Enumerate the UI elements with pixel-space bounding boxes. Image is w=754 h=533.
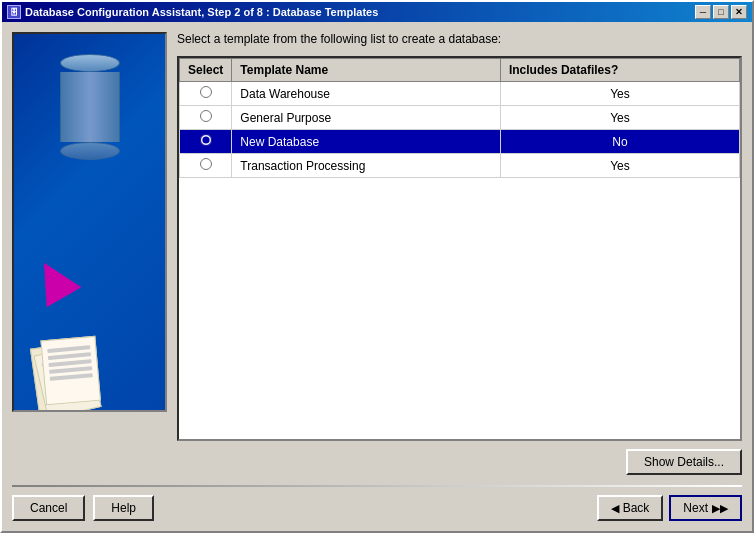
titlebar: 🗄 Database Configuration Assistant, Step…	[2, 2, 752, 22]
right-panel: Select a template from the following lis…	[177, 32, 742, 441]
window-icon: 🗄	[7, 5, 21, 19]
main-window: 🗄 Database Configuration Assistant, Step…	[0, 0, 754, 533]
window-title: Database Configuration Assistant, Step 2…	[25, 6, 378, 18]
template-radio-4[interactable]	[200, 158, 212, 170]
next-button[interactable]: Next ▶▶	[669, 495, 742, 521]
document-3	[40, 336, 100, 406]
cancel-button[interactable]: Cancel	[12, 495, 85, 521]
radio-cell	[180, 130, 232, 154]
button-left: Cancel Help	[12, 495, 154, 521]
arrow-icon	[27, 253, 82, 308]
table-row: Transaction ProcessingYes	[180, 154, 740, 178]
includes-cell: Yes	[500, 154, 739, 178]
table-row: New DatabaseNo	[180, 130, 740, 154]
includes-cell: Yes	[500, 82, 739, 106]
button-right: ◀ Back Next ▶▶	[597, 495, 742, 521]
col-includes: Includes Datafiles?	[500, 59, 739, 82]
separator	[12, 485, 742, 487]
database-cylinder	[60, 54, 120, 160]
titlebar-buttons: ─ □ ✕	[695, 5, 747, 19]
back-arrow-icon: ◀	[611, 502, 619, 515]
table-header-row: Select Template Name Includes Datafiles?	[180, 59, 740, 82]
help-button[interactable]: Help	[93, 495, 154, 521]
radio-cell	[180, 82, 232, 106]
titlebar-left: 🗄 Database Configuration Assistant, Step…	[7, 5, 378, 19]
next-arrow-icon: ▶▶	[712, 502, 728, 515]
template-table: Select Template Name Includes Datafiles?…	[179, 58, 740, 178]
radio-cell	[180, 106, 232, 130]
template-radio-2[interactable]	[200, 110, 212, 122]
radio-cell	[180, 154, 232, 178]
illustration-panel	[12, 32, 167, 412]
content-area: Select a template from the following lis…	[2, 22, 752, 531]
show-details-button[interactable]: Show Details...	[626, 449, 742, 475]
bottom-section: Show Details... Cancel Help ◀ Back Next …	[12, 449, 742, 521]
table-row: General PurposeYes	[180, 106, 740, 130]
minimize-button[interactable]: ─	[695, 5, 711, 19]
col-select: Select	[180, 59, 232, 82]
template-name-cell: Data Warehouse	[232, 82, 501, 106]
table-row: Data WarehouseYes	[180, 82, 740, 106]
template-radio-1[interactable]	[200, 86, 212, 98]
template-name-cell: Transaction Processing	[232, 154, 501, 178]
instruction-text: Select a template from the following lis…	[177, 32, 742, 46]
includes-cell: Yes	[500, 106, 739, 130]
cylinder-bottom	[60, 142, 120, 160]
close-button[interactable]: ✕	[731, 5, 747, 19]
template-table-container: Select Template Name Includes Datafiles?…	[177, 56, 742, 441]
template-name-cell: General Purpose	[232, 106, 501, 130]
cylinder-top	[60, 54, 120, 72]
col-template-name: Template Name	[232, 59, 501, 82]
template-radio-3[interactable]	[200, 134, 212, 146]
includes-cell: No	[500, 130, 739, 154]
show-details-row: Show Details...	[12, 449, 742, 475]
main-area: Select a template from the following lis…	[12, 32, 742, 441]
button-row: Cancel Help ◀ Back Next ▶▶	[12, 495, 742, 521]
maximize-button[interactable]: □	[713, 5, 729, 19]
back-button[interactable]: ◀ Back	[597, 495, 664, 521]
cylinder-body	[60, 72, 120, 142]
template-name-cell: New Database	[232, 130, 501, 154]
